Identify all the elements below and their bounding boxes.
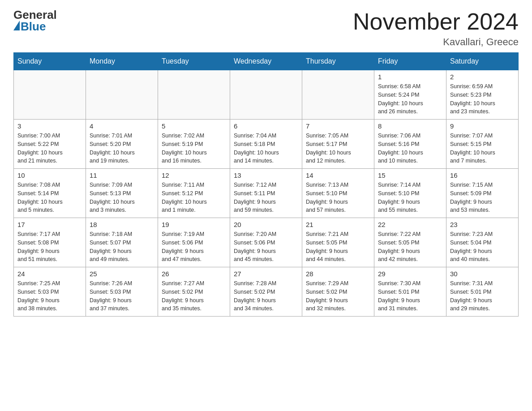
weekday-header-thursday: Thursday [302, 53, 374, 70]
calendar-cell: 16Sunrise: 7:15 AMSunset: 5:09 PMDayligh… [446, 169, 519, 218]
logo-blue-text: Blue [21, 21, 46, 32]
calendar-cell [230, 70, 302, 120]
day-info: Sunrise: 7:20 AMSunset: 5:06 PMDaylight:… [234, 230, 298, 264]
day-info: Sunrise: 7:17 AMSunset: 5:08 PMDaylight:… [17, 230, 82, 264]
calendar-cell [86, 70, 158, 120]
day-number: 13 [234, 171, 298, 179]
day-number: 6 [234, 122, 298, 130]
weekday-header-sunday: Sunday [14, 53, 86, 70]
day-info: Sunrise: 7:09 AMSunset: 5:13 PMDaylight:… [90, 181, 154, 214]
week-row-0: 1Sunrise: 6:58 AMSunset: 5:24 PMDaylight… [14, 70, 519, 120]
header: General Blue November 2024 Kavallari, Gr… [13, 9, 519, 48]
calendar-cell [158, 70, 230, 120]
calendar-cell: 20Sunrise: 7:20 AMSunset: 5:06 PMDayligh… [230, 218, 302, 267]
weekday-header-tuesday: Tuesday [158, 53, 230, 70]
weekday-header-row: SundayMondayTuesdayWednesdayThursdayFrid… [14, 53, 519, 70]
day-number: 21 [306, 221, 370, 228]
day-number: 12 [162, 171, 226, 179]
day-number: 14 [306, 171, 370, 179]
title-area: November 2024 Kavallari, Greece [353, 9, 519, 48]
calendar-cell: 1Sunrise: 6:58 AMSunset: 5:24 PMDaylight… [374, 70, 446, 120]
day-info: Sunrise: 7:22 AMSunset: 5:05 PMDaylight:… [378, 230, 442, 264]
logo: General Blue [13, 9, 57, 32]
day-info: Sunrise: 7:08 AMSunset: 5:14 PMDaylight:… [17, 181, 82, 214]
day-info: Sunrise: 7:01 AMSunset: 5:20 PMDaylight:… [90, 132, 154, 165]
day-info: Sunrise: 7:13 AMSunset: 5:10 PMDaylight:… [306, 181, 370, 214]
day-info: Sunrise: 7:19 AMSunset: 5:06 PMDaylight:… [162, 230, 226, 264]
day-number: 30 [450, 270, 515, 278]
calendar-cell: 3Sunrise: 7:00 AMSunset: 5:22 PMDaylight… [14, 120, 86, 169]
day-number: 25 [90, 270, 154, 278]
weekday-header-wednesday: Wednesday [230, 53, 302, 70]
calendar-cell: 2Sunrise: 6:59 AMSunset: 5:23 PMDaylight… [446, 70, 519, 120]
day-info: Sunrise: 7:25 AMSunset: 5:03 PMDaylight:… [17, 279, 82, 313]
calendar-cell: 17Sunrise: 7:17 AMSunset: 5:08 PMDayligh… [14, 218, 86, 267]
logo-triangle-icon [13, 21, 20, 30]
weekday-header-saturday: Saturday [446, 53, 519, 70]
day-info: Sunrise: 7:18 AMSunset: 5:07 PMDaylight:… [90, 230, 154, 264]
day-number: 8 [378, 122, 442, 130]
day-number: 16 [450, 171, 515, 179]
calendar-cell: 25Sunrise: 7:26 AMSunset: 5:03 PMDayligh… [86, 267, 158, 317]
day-number: 23 [450, 221, 515, 228]
calendar-cell: 5Sunrise: 7:02 AMSunset: 5:19 PMDaylight… [158, 120, 230, 169]
day-info: Sunrise: 7:29 AMSunset: 5:02 PMDaylight:… [306, 279, 370, 313]
day-info: Sunrise: 7:23 AMSunset: 5:04 PMDaylight:… [450, 230, 515, 264]
day-number: 17 [17, 221, 82, 228]
calendar-table: SundayMondayTuesdayWednesdayThursdayFrid… [13, 52, 519, 317]
day-number: 3 [17, 122, 82, 130]
day-number: 22 [378, 221, 442, 228]
weekday-header-monday: Monday [86, 53, 158, 70]
calendar-cell: 29Sunrise: 7:30 AMSunset: 5:01 PMDayligh… [374, 267, 446, 317]
day-info: Sunrise: 7:11 AMSunset: 5:12 PMDaylight:… [162, 181, 226, 214]
calendar-cell: 10Sunrise: 7:08 AMSunset: 5:14 PMDayligh… [14, 169, 86, 218]
day-info: Sunrise: 6:58 AMSunset: 5:24 PMDaylight:… [378, 82, 442, 116]
day-info: Sunrise: 7:05 AMSunset: 5:17 PMDaylight:… [306, 132, 370, 165]
calendar-cell: 18Sunrise: 7:18 AMSunset: 5:07 PMDayligh… [86, 218, 158, 267]
calendar-cell: 28Sunrise: 7:29 AMSunset: 5:02 PMDayligh… [302, 267, 374, 317]
day-number: 10 [17, 171, 82, 179]
week-row-1: 3Sunrise: 7:00 AMSunset: 5:22 PMDaylight… [14, 120, 519, 169]
week-row-2: 10Sunrise: 7:08 AMSunset: 5:14 PMDayligh… [14, 169, 519, 218]
logo-blue-row: Blue [13, 21, 46, 32]
day-number: 24 [17, 270, 82, 278]
calendar-cell: 30Sunrise: 7:31 AMSunset: 5:01 PMDayligh… [446, 267, 519, 317]
calendar-cell: 14Sunrise: 7:13 AMSunset: 5:10 PMDayligh… [302, 169, 374, 218]
calendar-cell [302, 70, 374, 120]
day-info: Sunrise: 7:02 AMSunset: 5:19 PMDaylight:… [162, 132, 226, 165]
calendar-cell [14, 70, 86, 120]
calendar-cell: 8Sunrise: 7:06 AMSunset: 5:16 PMDaylight… [374, 120, 446, 169]
month-title: November 2024 [353, 9, 519, 34]
calendar-cell: 7Sunrise: 7:05 AMSunset: 5:17 PMDaylight… [302, 120, 374, 169]
calendar-cell: 27Sunrise: 7:28 AMSunset: 5:02 PMDayligh… [230, 267, 302, 317]
calendar-cell: 21Sunrise: 7:21 AMSunset: 5:05 PMDayligh… [302, 218, 374, 267]
day-number: 4 [90, 122, 154, 130]
calendar-cell: 19Sunrise: 7:19 AMSunset: 5:06 PMDayligh… [158, 218, 230, 267]
day-info: Sunrise: 7:27 AMSunset: 5:02 PMDaylight:… [162, 279, 226, 313]
day-info: Sunrise: 7:12 AMSunset: 5:11 PMDaylight:… [234, 181, 298, 214]
week-row-4: 24Sunrise: 7:25 AMSunset: 5:03 PMDayligh… [14, 267, 519, 317]
day-number: 18 [90, 221, 154, 228]
calendar-cell: 11Sunrise: 7:09 AMSunset: 5:13 PMDayligh… [86, 169, 158, 218]
day-info: Sunrise: 7:15 AMSunset: 5:09 PMDaylight:… [450, 181, 515, 214]
day-info: Sunrise: 7:21 AMSunset: 5:05 PMDaylight:… [306, 230, 370, 264]
calendar-cell: 9Sunrise: 7:07 AMSunset: 5:15 PMDaylight… [446, 120, 519, 169]
calendar-cell: 13Sunrise: 7:12 AMSunset: 5:11 PMDayligh… [230, 169, 302, 218]
weekday-header-friday: Friday [374, 53, 446, 70]
calendar-cell: 22Sunrise: 7:22 AMSunset: 5:05 PMDayligh… [374, 218, 446, 267]
day-number: 20 [234, 221, 298, 228]
day-number: 9 [450, 122, 515, 130]
week-row-3: 17Sunrise: 7:17 AMSunset: 5:08 PMDayligh… [14, 218, 519, 267]
day-number: 11 [90, 171, 154, 179]
day-number: 2 [450, 73, 515, 81]
day-number: 15 [378, 171, 442, 179]
day-info: Sunrise: 7:30 AMSunset: 5:01 PMDaylight:… [378, 279, 442, 313]
day-number: 28 [306, 270, 370, 278]
day-number: 29 [378, 270, 442, 278]
calendar-cell: 4Sunrise: 7:01 AMSunset: 5:20 PMDaylight… [86, 120, 158, 169]
location-label: Kavallari, Greece [353, 36, 519, 48]
day-number: 1 [378, 73, 442, 81]
day-info: Sunrise: 7:06 AMSunset: 5:16 PMDaylight:… [378, 132, 442, 165]
day-number: 26 [162, 270, 226, 278]
day-info: Sunrise: 7:28 AMSunset: 5:02 PMDaylight:… [234, 279, 298, 313]
